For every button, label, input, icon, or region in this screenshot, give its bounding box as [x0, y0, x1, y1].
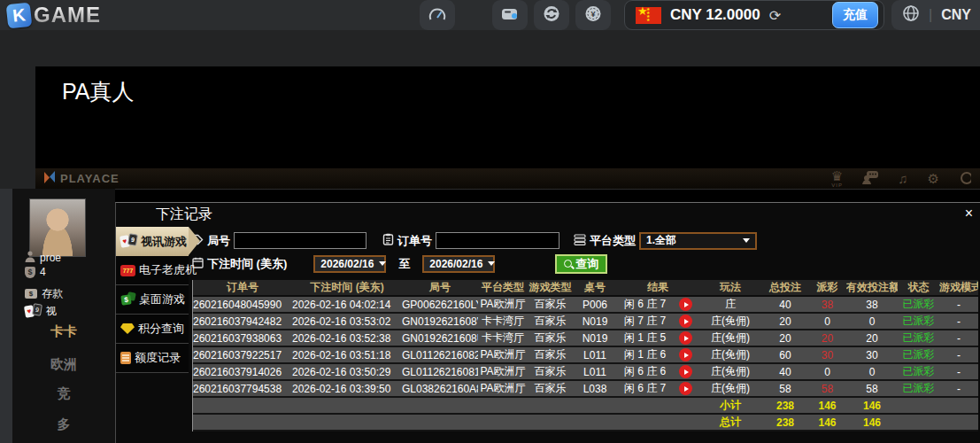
- subtotal-label: 小计: [698, 398, 762, 415]
- cell-round-no: GL01126216081: [402, 364, 478, 381]
- sidebar-item-video-games[interactable]: ♥9 视讯游戏: [116, 227, 189, 256]
- total-total-bet: 238: [762, 415, 808, 431]
- lobby-menu-duo[interactable]: 多: [12, 416, 115, 433]
- cell-round-no: GL038262160A8: [402, 381, 478, 398]
- date-to-select[interactable]: 2026/02/16: [422, 255, 495, 273]
- cell-platform: PA欧洲厅: [478, 364, 528, 381]
- cell-round-no: GL01126216082: [402, 347, 478, 364]
- cell-replay: [673, 330, 698, 347]
- col-result: 结果: [617, 280, 698, 297]
- balance-text: CNY 12.0000: [670, 6, 760, 24]
- round-no-input[interactable]: [234, 232, 367, 249]
- cell-payout: 30: [808, 347, 846, 364]
- cell-replay: [673, 297, 698, 314]
- settings-button[interactable]: ⚙: [928, 172, 939, 185]
- coin-button[interactable]: ¥: [575, 0, 611, 30]
- bet-table-body: 260216048045990 2026-02-16 04:02:14 GP00…: [193, 297, 978, 398]
- wallet-button[interactable]: [492, 0, 528, 30]
- lobby-menu-kaka[interactable]: 卡卡: [12, 323, 115, 340]
- power-button[interactable]: [959, 172, 971, 186]
- username-label: proe: [40, 252, 61, 264]
- filter-row-2: 下注时间 (美东) 2026/02/16 至 2026/02/16 查询: [192, 253, 980, 274]
- replay-button[interactable]: [679, 298, 692, 311]
- col-platform: 平台类型: [478, 280, 528, 297]
- language-currency-selector[interactable]: | CNY: [891, 0, 980, 30]
- cell-bet-time: 2026-02-16 03:52:38: [292, 330, 402, 347]
- cell-valid-bet: 20: [846, 330, 898, 347]
- kgame-logo[interactable]: K GAME: [7, 3, 101, 27]
- cell-game-mode: -: [939, 364, 978, 381]
- dialog-content: 局号 订单号 平台类型 1.全部 下注时间 (美东) 2026/02/16 至 …: [189, 227, 980, 443]
- cell-status: 已派彩: [898, 347, 939, 364]
- col-status: 状态: [898, 280, 939, 297]
- subtotal-total-bet: 238: [762, 398, 808, 415]
- cell-game-type: 百家乐: [528, 314, 573, 330]
- round-no-label: 局号: [207, 233, 230, 249]
- cell-result: 闲 7 庄 7: [617, 314, 673, 330]
- recharge-button[interactable]: 充值: [832, 2, 878, 28]
- search-button[interactable]: 查询: [555, 254, 607, 274]
- coin-row: $ 4: [25, 266, 46, 278]
- dialog-body: ♥9 视讯游戏 777 电子老虎机 $ 桌面游戏 积分查询 额度记录: [116, 227, 980, 443]
- dialog-header: 下注记录 ×: [116, 203, 980, 227]
- refresh-balance-icon[interactable]: ⟳: [769, 7, 781, 24]
- cell-game-mode: -: [939, 297, 978, 314]
- chevron-down-icon: [379, 261, 386, 266]
- date-from-select[interactable]: 2026/02/16: [313, 255, 386, 273]
- speedometer-button[interactable]: [420, 0, 455, 30]
- provider-bar: PLAYACE ♛VIP ♫ ⚙: [35, 168, 980, 190]
- close-icon[interactable]: ×: [965, 206, 973, 222]
- cell-game-mode: -: [939, 330, 978, 347]
- video-games-row[interactable]: ♥9 视: [25, 304, 57, 319]
- cell-replay: [673, 347, 698, 364]
- order-no-input[interactable]: [436, 232, 559, 249]
- music-button[interactable]: ♫: [898, 172, 907, 185]
- cell-replay: [673, 381, 698, 398]
- magnifier-icon: [564, 260, 572, 268]
- sidebar-item-slots[interactable]: 777 电子老虎机: [116, 256, 189, 285]
- globe-icon: [902, 4, 920, 26]
- cell-bet-time: 2026-02-16 03:51:18: [292, 347, 402, 364]
- video-games-label: 视: [46, 304, 57, 319]
- chevron-down-icon: [488, 261, 495, 266]
- lobby-menu-europe[interactable]: 欧洲: [12, 356, 115, 373]
- total-label: 总计: [698, 415, 762, 431]
- cell-status: 已派彩: [898, 381, 939, 398]
- cell-total-bet: 20: [762, 314, 808, 330]
- cell-play: 庄(免佣): [698, 314, 762, 330]
- deposit-row[interactable]: $ 存款: [25, 286, 63, 301]
- replay-button[interactable]: [679, 382, 692, 395]
- replay-button[interactable]: [679, 348, 692, 361]
- sidebar-item-credit-records[interactable]: 额度记录: [116, 344, 189, 373]
- sidebar-item-label: 桌面游戏: [139, 291, 185, 307]
- subtotal-row: 小计 238 146 146: [193, 398, 978, 415]
- table-row: 260216037922517 2026-02-16 03:51:18 GL01…: [193, 347, 978, 364]
- sidebar-item-points[interactable]: 积分查询: [116, 315, 189, 344]
- replay-button[interactable]: [679, 331, 692, 345]
- platform-type-select[interactable]: 1.全部: [639, 232, 757, 250]
- cell-result: 闲 6 庄 6: [617, 364, 673, 381]
- cell-platform: PA欧洲厅: [478, 381, 528, 398]
- cell-total-bet: 60: [762, 347, 808, 364]
- svg-text:¥: ¥: [590, 10, 595, 19]
- deposit-icon: $: [25, 289, 37, 299]
- replay-button[interactable]: [679, 315, 692, 328]
- moneybag-icon: $: [25, 267, 35, 278]
- lobby-menu-jing[interactable]: 竞: [12, 385, 115, 402]
- cell-bet-time: 2026-02-16 03:53:02: [292, 314, 402, 330]
- cell-play: 庄(免佣): [698, 347, 762, 364]
- transfer-button[interactable]: [534, 0, 569, 30]
- user-avatar[interactable]: [29, 198, 86, 257]
- cell-play: 庄(免佣): [698, 330, 762, 347]
- replay-button[interactable]: [679, 365, 692, 378]
- platform-type-label: 平台类型: [590, 233, 636, 249]
- vip-button[interactable]: ♛VIP: [831, 169, 843, 188]
- to-label: 至: [398, 256, 410, 272]
- cell-platform: 卡卡湾厅: [478, 314, 528, 330]
- col-payout: 派彩: [808, 280, 846, 297]
- cards-icon: ♥9: [120, 234, 137, 249]
- chat-button[interactable]: [862, 171, 878, 186]
- sidebar-item-label: 电子老虎机: [139, 262, 197, 278]
- cell-bet-time: 2026-02-16 04:02:14: [292, 297, 402, 314]
- sidebar-item-table-games[interactable]: $ 桌面游戏: [116, 285, 189, 315]
